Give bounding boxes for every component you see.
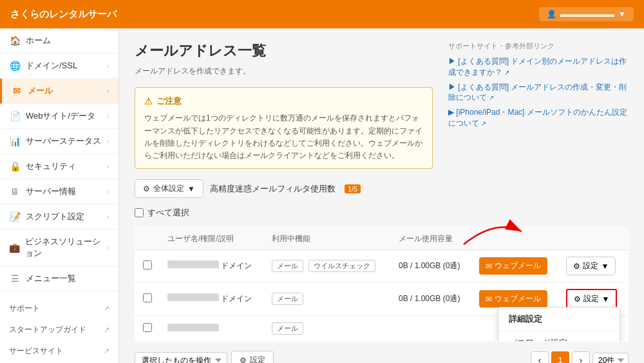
sidebar-item-domain[interactable]: 🌐 ドメイン/SSL ›	[0, 54, 118, 79]
support-link[interactable]: ▶ [iPhone/iPad・Mac] メールソフトのかんたん設定について ↗	[448, 108, 627, 128]
site-title: さくらのレンタルサーバ	[10, 8, 117, 21]
select-all-checkbox[interactable]	[135, 208, 144, 217]
external-icon: ↗	[504, 69, 509, 76]
home-icon: 🏠	[9, 35, 21, 46]
next-page-button[interactable]: ›	[572, 351, 590, 363]
sidebar-item-server-info[interactable]: 🖥 サーバー情報 ›	[0, 179, 118, 204]
row-webmail-cell[interactable]: ✉ ウェブメール	[471, 250, 559, 282]
webmail-button[interactable]: ✉ ウェブメール	[479, 257, 547, 275]
row-checkbox-cell[interactable]	[135, 316, 160, 342]
sidebar-item-website[interactable]: 📄 Webサイト/データ ›	[0, 104, 118, 129]
notice-box: ⚠ ご注意 ウェブメールでは1つのディレクトリに数万通のメールを保存されますとパ…	[135, 87, 433, 169]
global-settings-button[interactable]: ⚙ 全体設定 ▼	[135, 179, 204, 198]
table-row: ドメイン メール ウイルスチェック 0B / 1.00GB (0通) ✉ ウェブ…	[135, 250, 629, 282]
username-blur	[167, 324, 219, 331]
action-buttons: ⚙ 設定 ▼	[566, 257, 620, 275]
chevron-down-icon: ▼	[601, 262, 609, 271]
chevron-right-icon: ›	[107, 137, 109, 145]
dropdown-item-detail[interactable]: 詳細設定	[498, 308, 620, 331]
row-tags-cell: メール ウイルスチェック	[264, 250, 391, 282]
content-left: メールアドレス一覧 メールアドレスを作成できます。 ⚠ ご注意 ウェブメールでは…	[135, 41, 433, 169]
row-checkbox[interactable]	[143, 323, 152, 332]
row-checkbox-cell[interactable]	[135, 282, 160, 316]
sidebar-link-support[interactable]: サポート ↗	[0, 298, 118, 319]
table-header-row: ユーザ名/権限/説明 利用中機能 メール使用容量	[135, 228, 629, 250]
user-icon: 👤	[547, 10, 556, 19]
sidebar-item-menu-list[interactable]: ☰ メニュー一覧	[0, 266, 118, 291]
select-all-row: すべて選択	[135, 207, 629, 219]
batch-action-select[interactable]: 選択したものを操作	[135, 352, 227, 363]
select-all-checkbox-label[interactable]: すべて選択	[135, 207, 629, 219]
sidebar-item-label: メニュー一覧	[26, 273, 76, 284]
row-checkbox[interactable]	[143, 260, 152, 270]
row-checkbox[interactable]	[143, 293, 152, 302]
external-link-icon: ↗	[104, 347, 109, 355]
webmail-button[interactable]: ✉ ウェブメール	[479, 290, 547, 308]
col-username: ユーザ名/権限/説明	[160, 228, 264, 250]
row-tags-cell: メール	[264, 282, 391, 316]
user-menu[interactable]: 👤 ▬▬▬▬▬▬▬ ▼	[539, 7, 634, 21]
sidebar-item-mail[interactable]: ✉ メール ›	[0, 79, 118, 104]
mail-icon: ✉	[11, 85, 23, 97]
per-page-select[interactable]: 20件	[592, 353, 629, 363]
sidebar-item-label: スクリプト設定	[26, 211, 84, 222]
chevron-right-icon: ›	[107, 213, 109, 221]
lock-icon: 🔒	[9, 161, 21, 172]
col-actions-2	[558, 228, 628, 250]
sidebar-item-script[interactable]: 📝 スクリプト設定 ›	[0, 204, 118, 230]
page-subtitle: メールアドレスを作成できます。	[135, 66, 433, 77]
business-icon: 💼	[9, 242, 20, 253]
row-settings-cell[interactable]: ⚙ 設定 ▼ 詳細設定 パスワード設定 振り分け転送・自動返信	[558, 282, 628, 316]
sidebar-link-startup[interactable]: スタートアップガイド ↗	[0, 319, 118, 340]
support-title: サポートサイト・参考外部リンク	[448, 41, 629, 51]
email-table: ユーザ名/権限/説明 利用中機能 メール使用容量 ドメイン	[135, 228, 629, 342]
sidebar-item-label: ホーム	[26, 35, 51, 46]
main-toolbar: ⚙ 全体設定 ▼ 高精度迷惑メールフィルタ使用数 1/5	[135, 179, 629, 198]
batch-settings-button[interactable]: ⚙ 設定	[231, 351, 274, 363]
row-capacity-cell	[391, 316, 471, 342]
sidebar-item-business[interactable]: 💼 ビジネスソリューション ›	[0, 230, 118, 266]
sidebar-item-label: ビジネスソリューション	[25, 236, 107, 259]
sidebar-link-service[interactable]: サービスサイト ↗	[0, 340, 118, 362]
content-top: メールアドレス一覧 メールアドレスを作成できます。 ⚠ ご注意 ウェブメールでは…	[135, 41, 629, 169]
notice-title: ⚠ ご注意	[144, 94, 423, 108]
sidebar-item-label: Webサイト/データ	[26, 110, 95, 122]
sidebar-item-home[interactable]: 🏠 ホーム	[0, 28, 118, 54]
dropdown-item-password[interactable]: パスワード設定	[498, 331, 620, 342]
prev-page-button[interactable]: ‹	[531, 351, 549, 363]
chevron-right-icon: ›	[107, 188, 109, 195]
mail-icon: ✉	[486, 262, 492, 271]
chevron-right-icon: ›	[107, 162, 109, 170]
support-link-item[interactable]: ▶ [よくある質問] ドメイン別のメールアドレスは作成できますか？ ↗	[448, 56, 629, 78]
col-checkbox	[135, 228, 160, 250]
row-checkbox-cell[interactable]	[135, 250, 160, 282]
support-panel: サポートサイト・参考外部リンク ▶ [よくある質問] ドメイン別のメールアドレス…	[448, 41, 629, 169]
page-title: メールアドレス一覧	[135, 41, 433, 61]
row-settings-cell[interactable]: ⚙ 設定 ▼	[558, 250, 628, 282]
tag-virus: ウイルスチェック	[308, 260, 375, 272]
support-link-item[interactable]: ▶ [よくある質問] メールアドレスの作成・変更・削除について ↗	[448, 82, 629, 104]
support-link[interactable]: ▶ [よくある質問] メールアドレスの作成・変更・削除について ↗	[448, 83, 627, 103]
tag-mail: メール	[272, 293, 303, 305]
header: さくらのレンタルサーバ 👤 ▬▬▬▬▬▬▬ ▼	[0, 0, 644, 28]
support-link[interactable]: ▶ [よくある質問] ドメイン別のメールアドレスは作成できますか？ ↗	[448, 57, 627, 77]
bottom-toolbar: 選択したものを操作 ⚙ 設定 ‹ 1 › 20件	[135, 351, 629, 363]
mail-icon: ✉	[486, 295, 492, 304]
table-row: ドメイン メール 0B / 1.00GB (0通) ✉ ウェブメール	[135, 282, 629, 316]
main-layout: 🏠 ホーム 🌐 ドメイン/SSL › ✉ メール › 📄 Webサイト/データ …	[0, 28, 644, 363]
sidebar-item-server-status[interactable]: 📊 サーバーステータス ›	[0, 129, 118, 154]
sidebar-item-label: メール	[28, 85, 53, 97]
settings-button[interactable]: ⚙ 設定 ▼	[566, 257, 616, 275]
settings-button-active[interactable]: ⚙ 設定 ▼	[566, 289, 617, 309]
server-icon: 🖥	[9, 186, 21, 197]
warning-icon: ⚠	[144, 94, 153, 108]
user-name: ▬▬▬▬▬▬▬	[560, 10, 614, 19]
sidebar-item-security[interactable]: 🔒 セキュリティ ›	[0, 154, 118, 179]
page-1-button[interactable]: 1	[551, 351, 569, 363]
support-link-item[interactable]: ▶ [iPhone/iPad・Mac] メールソフトのかんたん設定について ↗	[448, 107, 629, 129]
notice-body: ウェブメールでは1つのディレクトリに数万通のメールを保存されますとパフォーマンス…	[144, 112, 423, 162]
sidebar-item-label: ドメイン/SSL	[26, 60, 77, 72]
gear-icon: ⚙	[573, 262, 580, 271]
col-functions: 利用中機能	[264, 228, 391, 250]
script-icon: 📝	[9, 211, 21, 222]
